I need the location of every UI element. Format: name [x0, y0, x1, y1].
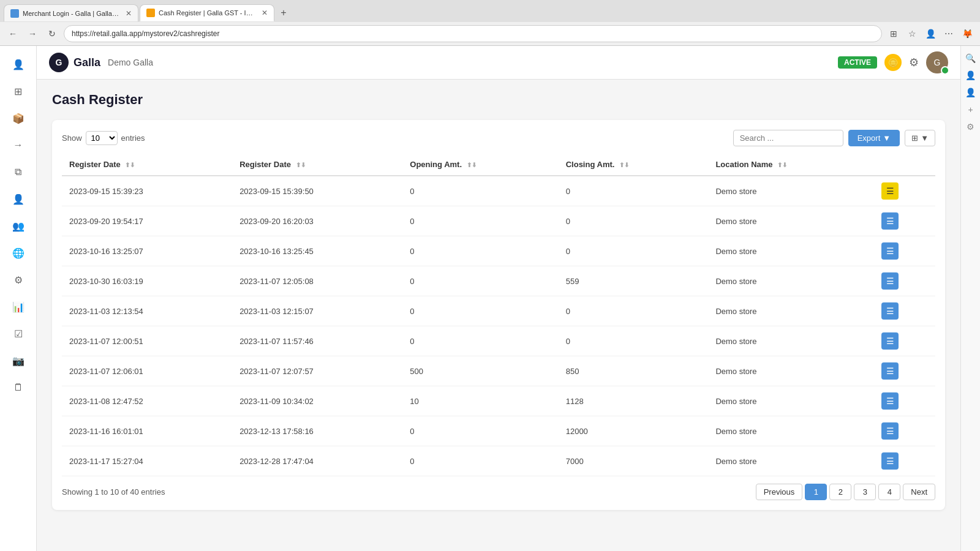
entries-select[interactable]: 10 25 50 100: [86, 131, 118, 145]
pagination-row: Showing 1 to 10 of 40 entries Previous 1…: [62, 484, 935, 500]
cell-reg-open-8: 2023-11-16 16:01:01: [62, 416, 232, 446]
table-actions: Export ▼ ⊞ ▼: [733, 130, 935, 146]
cell-reg-close-2: 2023-10-16 13:25:45: [232, 236, 402, 266]
view-button-2[interactable]: ☰: [881, 242, 899, 260]
col-header-register-date-close[interactable]: Register Date ⬆⬇: [232, 154, 402, 176]
cell-reg-close-1: 2023-09-20 16:20:03: [232, 206, 402, 236]
page-2-button[interactable]: 2: [829, 484, 851, 500]
sidebar-icon-settings[interactable]: ⚙: [6, 268, 31, 292]
main-content: G Galla Demo Galla ACTIVE 🪙 ⚙ G Cash Reg…: [37, 46, 960, 551]
col-header-register-date-open[interactable]: Register Date ⬆⬇: [62, 154, 232, 176]
cell-reg-open-4: 2023-11-03 12:13:54: [62, 296, 232, 326]
cell-closing-2: 0: [559, 236, 709, 266]
brand-logo-letter: G: [56, 58, 62, 67]
search-input[interactable]: [733, 130, 843, 146]
view-button-9[interactable]: ☰: [881, 452, 899, 470]
right-sidebar-search-icon[interactable]: 🔍: [963, 51, 978, 66]
extensions-icon[interactable]: ⊞: [886, 26, 902, 42]
view-button-7[interactable]: ☰: [881, 392, 899, 410]
sidebar-icon-note[interactable]: 🗒: [6, 375, 31, 400]
table-controls: Show 10 25 50 100 entries Export: [62, 130, 935, 146]
profile-icon[interactable]: 👤: [922, 26, 938, 42]
view-button-1[interactable]: ☰: [881, 212, 899, 230]
brand: G Galla Demo Galla: [49, 53, 153, 72]
table-row: 2023-11-08 12:47:52 2023-11-09 10:34:02 …: [62, 386, 935, 416]
sidebar-icon-dashboard[interactable]: ⊞: [6, 79, 31, 103]
page-4-button[interactable]: 4: [878, 484, 900, 500]
col-header-closing-amt[interactable]: Closing Amt. ⬆⬇: [559, 154, 709, 176]
cell-reg-close-5: 2023-11-07 11:57:46: [232, 326, 402, 356]
table-row: 2023-10-16 13:25:07 2023-10-16 13:25:45 …: [62, 236, 935, 266]
back-button[interactable]: ←: [5, 26, 21, 42]
tab-merchant-login[interactable]: Merchant Login - Galla | Galla G... ✕: [4, 4, 138, 21]
right-sidebar-plus-icon[interactable]: +: [963, 102, 978, 117]
col-header-location[interactable]: Location Name ⬆⬇: [708, 154, 874, 176]
tab-cash-register[interactable]: Cash Register | Galla GST - Inven... ✕: [140, 4, 274, 21]
avatar-online-badge: [941, 66, 949, 75]
next-button[interactable]: Next: [903, 484, 935, 500]
tab-label-merchant: Merchant Login - Galla | Galla G...: [23, 10, 119, 17]
sidebar-icon-checklist[interactable]: ☑: [6, 321, 31, 346]
cell-action-4: ☰: [874, 296, 935, 326]
view-button-0[interactable]: ☰: [881, 182, 899, 200]
cell-opening-7: 10: [402, 386, 558, 416]
table-body: 2023-09-15 15:39:23 2023-09-15 15:39:50 …: [62, 176, 935, 476]
view-button-5[interactable]: ☰: [881, 332, 899, 350]
reload-button[interactable]: ↻: [44, 26, 60, 42]
address-input[interactable]: [64, 25, 882, 42]
right-sidebar-person2-icon[interactable]: 👤: [963, 85, 978, 100]
tab-close-cash[interactable]: ✕: [262, 9, 268, 17]
view-button-4[interactable]: ☰: [881, 302, 899, 320]
table-row: 2023-11-17 15:27:04 2023-12-28 17:47:04 …: [62, 446, 935, 476]
cell-reg-open-3: 2023-10-30 16:03:19: [62, 266, 232, 296]
sidebar-icon-box[interactable]: 📦: [6, 106, 31, 130]
app-container: 👤 ⊞ 📦 → ⧉ 👤 👥 🌐 ⚙ 📊 ☑ 📷 🗒 G Galla Demo G…: [0, 46, 980, 551]
page-1-button[interactable]: 1: [805, 484, 827, 500]
sidebar-icon-globe[interactable]: 🌐: [6, 241, 31, 265]
export-button[interactable]: Export ▼: [848, 130, 900, 146]
cell-reg-open-1: 2023-09-20 19:54:17: [62, 206, 232, 236]
new-tab-button[interactable]: +: [276, 5, 292, 21]
cell-closing-4: 0: [559, 296, 709, 326]
tab-close-merchant[interactable]: ✕: [126, 9, 132, 18]
sidebar-icon-arrow[interactable]: →: [6, 133, 31, 157]
right-sidebar-settings-icon[interactable]: ⚙: [963, 119, 978, 134]
more-tools-icon[interactable]: ⋯: [941, 26, 957, 42]
cell-opening-3: 0: [402, 266, 558, 296]
previous-button[interactable]: Previous: [756, 484, 803, 500]
sidebar-icon-camera[interactable]: 📷: [6, 348, 31, 373]
view-button-8[interactable]: ☰: [881, 422, 899, 440]
grid-view-button[interactable]: ⊞ ▼: [905, 130, 935, 146]
cell-action-7: ☰: [874, 386, 935, 416]
view-button-6[interactable]: ☰: [881, 362, 899, 380]
table-row: 2023-11-07 12:06:01 2023-11-07 12:07:57 …: [62, 356, 935, 386]
view-button-3[interactable]: ☰: [881, 272, 899, 290]
right-sidebar: 🔍 👤 👤 + ⚙: [960, 46, 980, 551]
right-sidebar-person-icon[interactable]: 👤: [963, 68, 978, 83]
page-3-button[interactable]: 3: [854, 484, 876, 500]
left-sidebar: 👤 ⊞ 📦 → ⧉ 👤 👥 🌐 ⚙ 📊 ☑ 📷 🗒: [0, 46, 37, 551]
store-name: Demo Galla: [108, 58, 153, 67]
coin-icon[interactable]: 🪙: [884, 54, 902, 71]
sidebar-icon-user[interactable]: 👤: [6, 52, 31, 77]
cell-closing-8: 12000: [559, 416, 709, 446]
table-row: 2023-11-16 16:01:01 2023-12-13 17:58:16 …: [62, 416, 935, 446]
sidebar-icon-person-settings[interactable]: 👤: [6, 187, 31, 211]
sidebar-icon-layers[interactable]: ⧉: [6, 160, 31, 184]
cell-reg-open-2: 2023-10-16 13:25:07: [62, 236, 232, 266]
active-badge: ACTIVE: [838, 56, 877, 69]
cell-closing-5: 0: [559, 326, 709, 356]
table-header-row: Register Date ⬆⬇ Register Date ⬆⬇ Openin…: [62, 154, 935, 176]
avatar[interactable]: G: [926, 51, 948, 73]
cell-location-7: Demo store: [708, 386, 874, 416]
forward-button[interactable]: →: [24, 26, 40, 42]
bookmark-icon[interactable]: ☆: [904, 26, 920, 42]
cell-reg-close-8: 2023-12-13 17:58:16: [232, 416, 402, 446]
settings-icon[interactable]: ⚙: [909, 56, 919, 69]
sidebar-icon-people[interactable]: 👥: [6, 214, 31, 238]
browser-extensions-icon[interactable]: 🦊: [959, 26, 975, 42]
col-header-opening-amt[interactable]: Opening Amt. ⬆⬇: [402, 154, 558, 176]
table-row: 2023-09-15 15:39:23 2023-09-15 15:39:50 …: [62, 176, 935, 206]
sidebar-icon-report[interactable]: 📊: [6, 294, 31, 319]
sort-icon-opening: ⬆⬇: [467, 162, 477, 168]
